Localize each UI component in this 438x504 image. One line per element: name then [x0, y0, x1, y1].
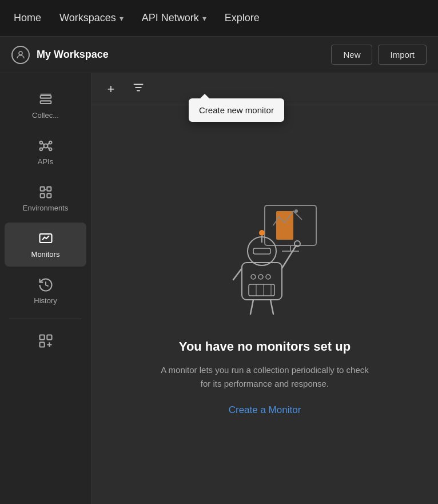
nav-home[interactable]: Home: [14, 12, 41, 24]
content-toolbar: + Create new monitor: [91, 73, 438, 105]
svg-line-40: [250, 300, 253, 314]
svg-rect-16: [47, 193, 51, 197]
svg-line-11: [42, 146, 45, 149]
sidebar-item-collections[interactable]: Collec...: [5, 84, 86, 128]
svg-line-37: [282, 245, 296, 268]
top-nav: Home Workspaces ▾ API Network ▾ Explore: [0, 0, 438, 37]
svg-rect-13: [40, 187, 44, 191]
svg-point-29: [294, 209, 298, 213]
sidebar-collections-label: Collec...: [32, 111, 59, 120]
empty-state-title: You have no monitors set up: [179, 339, 351, 354]
svg-rect-15: [40, 193, 44, 197]
svg-line-39: [233, 268, 242, 280]
svg-point-42: [251, 275, 256, 279]
sidebar-item-apis[interactable]: APIs: [5, 130, 86, 174]
content-area: + Create new monitor: [91, 73, 438, 504]
nav-api-network[interactable]: API Network ▾: [142, 12, 206, 24]
svg-rect-20: [47, 335, 51, 340]
svg-line-41: [270, 300, 273, 314]
svg-rect-2: [40, 101, 51, 104]
sidebar-divider: [9, 319, 82, 319]
svg-point-44: [266, 275, 270, 279]
nav-explore[interactable]: Explore: [225, 12, 260, 24]
monitors-icon: [38, 231, 54, 247]
sidebar-environments-label: Environments: [23, 204, 68, 212]
sidebar-apis-label: APIs: [38, 157, 53, 166]
workspace-bar: My Workspace New Import: [0, 37, 438, 73]
empty-state: You have no monitors set up A monitor le…: [91, 105, 438, 504]
svg-rect-36: [253, 248, 270, 254]
sidebar-item-grid-plus[interactable]: [5, 325, 86, 357]
sidebar-item-monitors[interactable]: Monitors: [5, 223, 86, 267]
svg-rect-19: [39, 335, 44, 340]
svg-point-5: [39, 141, 42, 144]
sidebar-history-label: History: [34, 296, 57, 305]
svg-point-6: [49, 141, 51, 144]
svg-point-34: [259, 230, 265, 236]
nav-workspaces[interactable]: Workspaces ▾: [59, 12, 124, 24]
sidebar: Collec... APIs: [0, 73, 91, 504]
environments-icon: [38, 184, 54, 200]
main-layout: Collec... APIs: [0, 73, 438, 504]
sidebar-item-environments[interactable]: Environments: [5, 176, 86, 220]
svg-point-7: [39, 148, 42, 151]
svg-rect-1: [40, 96, 51, 98]
plus-icon: +: [107, 82, 115, 97]
svg-rect-45: [249, 284, 274, 296]
svg-line-9: [42, 143, 45, 145]
add-button[interactable]: +: [101, 79, 121, 100]
svg-point-0: [19, 51, 22, 55]
svg-point-8: [49, 148, 51, 151]
filter-icon: [132, 81, 145, 97]
svg-line-12: [47, 146, 49, 149]
svg-rect-32: [242, 263, 282, 300]
filter-button[interactable]: [128, 79, 149, 100]
chevron-down-icon: ▾: [202, 14, 206, 23]
workspace-actions: New Import: [331, 45, 427, 65]
svg-rect-14: [47, 187, 51, 191]
user-avatar: [11, 46, 30, 64]
sidebar-monitors-label: Monitors: [31, 250, 60, 259]
empty-state-description: A monitor lets you run a collection peri…: [156, 363, 373, 391]
svg-point-43: [258, 275, 263, 279]
chevron-down-icon: ▾: [120, 14, 124, 23]
history-icon: [38, 277, 54, 293]
new-button[interactable]: New: [331, 45, 372, 65]
create-monitor-link[interactable]: Create a Monitor: [229, 404, 301, 416]
apis-icon: [38, 138, 54, 154]
svg-line-10: [47, 143, 49, 145]
workspace-name: My Workspace: [37, 49, 324, 61]
sidebar-item-history[interactable]: History: [5, 269, 86, 313]
robot-illustration: [208, 194, 322, 326]
create-monitor-tooltip: Create new monitor: [189, 98, 284, 122]
collections-icon: [38, 92, 54, 108]
import-button[interactable]: Import: [378, 45, 427, 65]
svg-rect-21: [39, 342, 44, 347]
grid-plus-icon: [38, 333, 54, 349]
svg-rect-28: [276, 211, 293, 240]
